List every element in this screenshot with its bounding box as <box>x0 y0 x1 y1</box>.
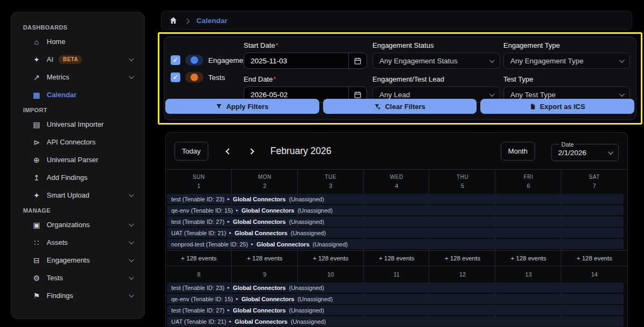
today-button[interactable]: Today <box>174 142 208 161</box>
more-events-link[interactable]: + 128 events <box>298 255 364 261</box>
inbox-icon: ⊟ <box>32 256 41 265</box>
engagement-status-select[interactable]: Any Engagement Status <box>372 53 500 69</box>
day-number-cell[interactable]: 13 <box>495 271 561 278</box>
day-header-cell[interactable]: SUN 1 <box>166 174 232 189</box>
calendar-event[interactable]: test (Tenable ID: 27) ▸ Global Connector… <box>167 216 624 227</box>
home-icon[interactable] <box>169 16 178 25</box>
calendar-week-2: 8 9 10 11 12 13 14 <box>166 266 627 326</box>
arrow-right-icon: ▸ <box>228 197 230 201</box>
chevron-down-icon[interactable] <box>129 294 133 297</box>
sidebar-item-add-findings[interactable]: ↥ Add Findings <box>18 169 138 186</box>
calendar-event[interactable]: test (Tenable ID: 27) ▸ Global Connector… <box>167 305 624 315</box>
month-view-button[interactable]: Month <box>501 142 535 161</box>
status-fields-column: Engagement Status Any Engagement Status … <box>372 41 500 103</box>
calendar-event[interactable]: UAT (Tenable ID: 21) ▸ Global Connectors… <box>167 316 624 326</box>
day-number-cell[interactable]: 8 <box>166 271 232 278</box>
file-icon <box>530 103 536 110</box>
chevron-down-icon[interactable] <box>129 75 133 79</box>
color-pill <box>185 55 203 66</box>
more-events-link[interactable]: + 128 events <box>561 255 627 261</box>
sidebar-item-label: Home <box>47 38 65 46</box>
sidebar-item-api-connectors[interactable]: ⊳ API Connectors <box>18 133 138 151</box>
sidebar-item-organizations[interactable]: ▣ Organizations <box>18 216 138 234</box>
next-month-icon[interactable] <box>246 144 257 158</box>
day-number-cell[interactable]: 14 <box>561 271 627 278</box>
sidebar-item-calendar[interactable]: ▦ Calendar <box>18 86 138 104</box>
day-header-cell[interactable]: FRI 6 <box>495 174 561 189</box>
more-events-link[interactable]: + 128 events <box>232 255 298 261</box>
more-events-link[interactable]: + 128 events <box>364 255 430 261</box>
export-ics-button[interactable]: Export as ICS <box>480 99 634 114</box>
date-select[interactable]: Date 2/1/2026 <box>551 141 619 161</box>
calendar-event[interactable]: UAT (Tenable ID: 21) ▸ Global Connectors… <box>167 228 624 238</box>
chevron-down-icon[interactable] <box>129 241 133 244</box>
more-events-link[interactable]: + 128 events <box>429 255 495 261</box>
more-events-row: + 128 events + 128 events + 128 events +… <box>166 250 627 266</box>
event-list: test (Tenable ID: 23) ▸ Global Connector… <box>166 282 627 326</box>
sidebar-item-ai[interactable]: ✦ AI BETA <box>18 50 138 68</box>
chevron-down-icon[interactable] <box>129 223 133 227</box>
flag-icon: ⚑ <box>32 292 41 300</box>
engagement-lead-label: Engagement/Test Lead <box>372 75 500 83</box>
apply-filters-button[interactable]: Apply Filters <box>165 99 319 114</box>
calendar-event[interactable]: qe-env (Tenable ID: 15) ▸ Global Connect… <box>167 205 624 215</box>
breadcrumb: Calendar <box>161 11 632 30</box>
calendar-icon: ▦ <box>32 91 41 99</box>
chevron-down-icon[interactable] <box>129 276 133 280</box>
engagement-type-select[interactable]: Any Engagement Type <box>503 53 630 69</box>
day-number-cell[interactable]: 9 <box>232 271 298 278</box>
clear-filters-button[interactable]: Clear Filters <box>323 99 477 114</box>
prev-month-icon[interactable] <box>223 144 234 158</box>
day-header-cell[interactable]: THU 5 <box>429 174 495 189</box>
chevron-down-icon[interactable] <box>129 193 133 197</box>
breadcrumb-current[interactable]: Calendar <box>196 17 228 25</box>
calendar-event[interactable]: test (Tenable ID: 23) ▸ Global Connector… <box>167 194 624 204</box>
sidebar-item-metrics[interactable]: ↗ Metrics <box>18 68 138 86</box>
sidebar-item-label: Assets <box>47 238 68 246</box>
day-number-cell[interactable]: 10 <box>298 271 364 278</box>
sidebar-item-home[interactable]: ⌂ Home <box>18 33 138 50</box>
engagement-type-label: Engagement Type <box>503 41 630 49</box>
chevron-down-icon[interactable] <box>129 57 133 61</box>
chevron-down-icon[interactable] <box>129 258 133 262</box>
engagement-status-group: Engagement Status Any Engagement Status <box>372 41 500 69</box>
calendar-event[interactable]: qe-env (Tenable ID: 15) ▸ Global Connect… <box>167 294 624 304</box>
sidebar-item-tests[interactable]: ⚙ Tests <box>18 269 138 287</box>
day-number-cell[interactable]: 12 <box>429 271 495 278</box>
day-header-cell[interactable]: WED 4 <box>364 174 430 189</box>
more-events-link[interactable]: + 128 events <box>495 255 561 261</box>
sidebar-item-label: Calendar <box>47 91 77 99</box>
calendar-event[interactable]: test (Tenable ID: 23) ▸ Global Connector… <box>167 282 624 293</box>
color-dot-icon <box>191 56 198 64</box>
layer-toggle-tests: ✓ Tests <box>171 71 253 84</box>
more-events-link[interactable]: + 128 events <box>166 255 232 261</box>
day-header-row: SUN 1 MON 2 TUE 3 <box>166 170 627 194</box>
checkbox[interactable]: ✓ <box>171 72 180 82</box>
globe-icon: ⊕ <box>32 156 41 164</box>
checkbox[interactable]: ✓ <box>171 55 180 65</box>
calendar-event[interactable]: nonprod-test (Tenable ID: 25) ▸ Global C… <box>167 239 624 249</box>
arrow-right-icon: ▸ <box>229 230 231 235</box>
layer-toggles: ✓ Engagements ✓ Tests <box>171 54 253 84</box>
calendar-picker-button[interactable] <box>348 53 367 68</box>
sidebar-item-universal-parser[interactable]: ⊕ Universal Parser <box>18 151 138 169</box>
arrow-right-icon: ▸ <box>229 319 231 324</box>
beta-badge: BETA <box>58 55 82 64</box>
sidebar-item-assets[interactable]: ∷ Assets <box>18 234 138 251</box>
chevron-down-icon <box>619 57 625 63</box>
day-header-cell[interactable]: TUE 3 <box>298 174 364 189</box>
start-date-input[interactable]: 2025-11-03 <box>244 53 367 69</box>
day-header-cell[interactable]: MON 2 <box>232 174 298 189</box>
layer-toggle-engagements: ✓ Engagements <box>171 54 253 67</box>
day-header-cell[interactable]: SAT 7 <box>561 174 627 189</box>
day-number-cell[interactable]: 11 <box>364 271 430 278</box>
chevron-down-icon <box>489 57 495 63</box>
sidebar-item-findings[interactable]: ⚑ Findings <box>18 287 138 304</box>
sidebar-item-smart-upload[interactable]: ✦ Smart Upload <box>18 186 138 204</box>
calendar-week-1: SUN 1 MON 2 TUE 3 <box>166 170 627 266</box>
wand-icon: ✦ <box>32 191 41 200</box>
color-dot-icon <box>191 74 198 81</box>
calendar-title: February 2026 <box>270 146 332 157</box>
sidebar-item-engagements[interactable]: ⊟ Engagements <box>18 251 138 269</box>
sidebar-item-universal-importer[interactable]: ▤ Universal Importer <box>18 115 138 133</box>
